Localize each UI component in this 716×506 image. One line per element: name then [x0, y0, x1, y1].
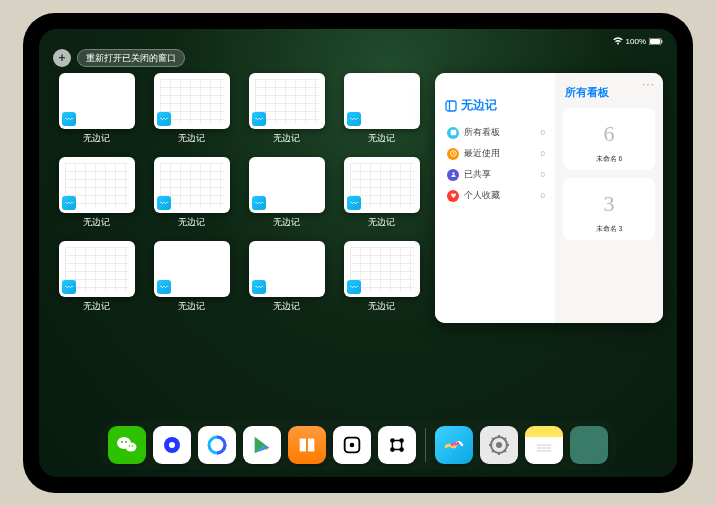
window-card [344, 241, 420, 297]
freeform-icon [347, 280, 361, 294]
freeform-icon [157, 280, 171, 294]
panel-content: 所有看板 6 未命名 6 3 未命名 3 [555, 73, 663, 323]
window-label: 无边记 [83, 216, 110, 229]
dock-app-app-library[interactable] [570, 426, 608, 464]
dock-app-books[interactable] [288, 426, 326, 464]
svg-rect-1 [650, 39, 660, 44]
svg-point-7 [452, 172, 454, 174]
status-bar: 100% [39, 33, 677, 49]
board-thumb: 3 [584, 184, 634, 224]
svg-point-10 [121, 441, 123, 443]
dock-app-qq-browser[interactable] [198, 426, 236, 464]
freeform-icon [252, 112, 266, 126]
sidebar-item[interactable]: 已共享 0 [445, 164, 547, 185]
window-thumb[interactable]: 无边记 [338, 157, 425, 231]
battery-icon [649, 38, 663, 45]
window-card [249, 73, 325, 129]
sidebar-item-label: 已共享 [464, 168, 491, 181]
sidebar-item-count: 0 [541, 191, 545, 200]
battery-pct: 100% [626, 37, 646, 46]
window-thumb[interactable]: 无边记 [148, 241, 235, 315]
shared-icon [447, 169, 459, 181]
freeform-icon [62, 280, 76, 294]
svg-line-32 [492, 450, 494, 452]
sidebar-item[interactable]: 所有看板 0 [445, 122, 547, 143]
svg-line-33 [504, 438, 506, 440]
freeform-icon [62, 196, 76, 210]
window-label: 无边记 [368, 300, 395, 313]
panel-sidebar: 无边记 所有看板 0 最近使用 0 已共享 0 个人收藏 0 [435, 73, 555, 323]
svg-rect-2 [661, 40, 662, 43]
dock-separator [425, 428, 426, 462]
freeform-icon [252, 280, 266, 294]
window-label: 无边记 [178, 300, 205, 313]
boards-list: 6 未命名 6 3 未命名 3 [563, 108, 655, 240]
window-card [344, 73, 420, 129]
svg-line-30 [492, 438, 494, 440]
window-thumb[interactable]: 无边记 [53, 157, 140, 231]
window-label: 无边记 [368, 216, 395, 229]
sidebar-item-label: 所有看板 [464, 126, 500, 139]
freeform-icon [157, 112, 171, 126]
window-label: 无边记 [273, 216, 300, 229]
window-label: 无边记 [273, 132, 300, 145]
board-name: 未命名 6 [596, 154, 623, 164]
dock-app-notes[interactable] [525, 426, 563, 464]
svg-point-11 [125, 441, 127, 443]
freeform-icon [62, 112, 76, 126]
dock-app-freeform[interactable] [435, 426, 473, 464]
window-thumb[interactable]: 无边记 [53, 73, 140, 147]
freeform-icon [252, 196, 266, 210]
svg-point-12 [129, 445, 131, 447]
board-card[interactable]: 3 未命名 3 [563, 178, 655, 240]
sidebar-item-count: 0 [541, 170, 545, 179]
reopen-label: 重新打开已关闭的窗口 [86, 52, 176, 65]
freeform-icon [347, 196, 361, 210]
svg-rect-5 [450, 130, 456, 136]
board-card[interactable]: 6 未命名 6 [563, 108, 655, 170]
window-label: 无边记 [83, 132, 110, 145]
dock-app-settings[interactable] [480, 426, 518, 464]
freeform-icon [157, 196, 171, 210]
sidebar-item-count: 0 [541, 128, 545, 137]
all-icon [447, 127, 459, 139]
freeform-icon [347, 112, 361, 126]
panel-title-text: 无边记 [461, 97, 497, 114]
dock-app-wechat[interactable] [108, 426, 146, 464]
window-card [59, 73, 135, 129]
window-thumb[interactable]: 无边记 [243, 157, 330, 231]
window-thumb[interactable]: 无边记 [148, 73, 235, 147]
screen: 100% + 重新打开已关闭的窗口 无边记 无边记 无边记 无边记 [39, 29, 677, 477]
dock-app-dice-app[interactable] [333, 426, 371, 464]
freeform-panel[interactable]: ··· 无边记 所有看板 0 最近使用 0 已共享 0 个人收藏 0 所有看板 … [435, 73, 663, 323]
window-card [249, 241, 325, 297]
window-thumb[interactable]: 无边记 [243, 73, 330, 147]
svg-line-31 [504, 450, 506, 452]
stage-manager-workspace: 无边记 无边记 无边记 无边记 无边记 无边记 无边记 无边记 无边记 无边记 [53, 73, 663, 417]
window-card [154, 157, 230, 213]
reopen-closed-window-button[interactable]: 重新打开已关闭的窗口 [77, 49, 185, 67]
window-thumb[interactable]: 无边记 [53, 241, 140, 315]
top-controls: + 重新打开已关闭的窗口 [53, 49, 185, 67]
dock-app-connect-app[interactable] [378, 426, 416, 464]
svg-point-15 [169, 442, 175, 448]
sidebar-item-label: 最近使用 [464, 147, 500, 160]
sidebar-toggle-icon[interactable] [445, 100, 457, 112]
window-thumb[interactable]: 无边记 [243, 241, 330, 315]
recent-icon [447, 148, 459, 160]
dock-app-google-play[interactable] [243, 426, 281, 464]
fav-icon [447, 190, 459, 202]
panel-title: 无边记 [445, 97, 547, 114]
sidebar-item-count: 0 [541, 149, 545, 158]
dock [100, 421, 616, 469]
wifi-icon [613, 37, 623, 45]
window-thumb[interactable]: 无边记 [338, 73, 425, 147]
plus-icon: + [58, 51, 65, 65]
window-thumb[interactable]: 无边记 [338, 241, 425, 315]
new-window-button[interactable]: + [53, 49, 71, 67]
sidebar-item[interactable]: 最近使用 0 [445, 143, 547, 164]
window-thumb[interactable]: 无边记 [148, 157, 235, 231]
more-button[interactable]: ··· [642, 77, 655, 91]
dock-app-quark[interactable] [153, 426, 191, 464]
sidebar-item[interactable]: 个人收藏 0 [445, 185, 547, 206]
